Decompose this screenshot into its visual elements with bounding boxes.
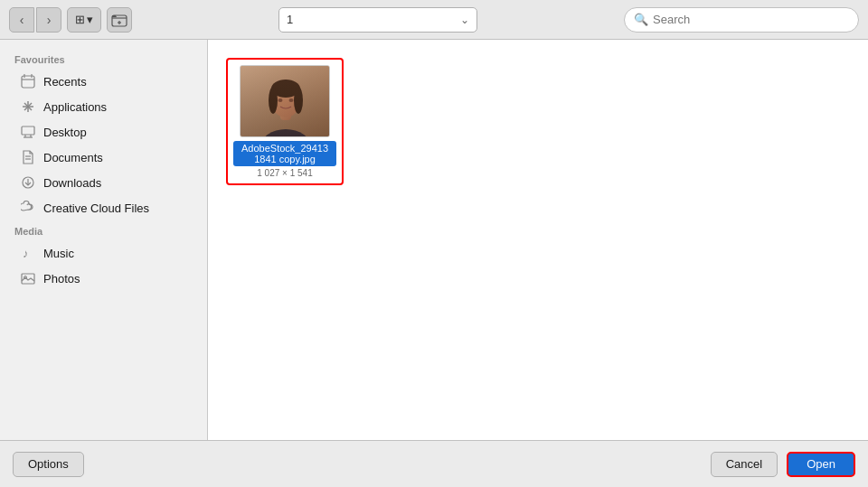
sidebar-item-creative-cloud[interactable]: Creative Cloud Files [5, 195, 202, 220]
creative-cloud-icon [20, 200, 36, 216]
sidebar-item-photos[interactable]: Photos [5, 266, 202, 291]
favourites-section-label: Favourites [0, 49, 207, 69]
sidebar-item-applications[interactable]: Applications [5, 94, 202, 119]
svg-point-29 [278, 98, 283, 102]
back-button[interactable]: ‹ [9, 7, 34, 33]
grid-icon: ⊞ [75, 13, 85, 26]
downloads-icon [20, 174, 36, 191]
music-icon: ♪ [20, 245, 36, 261]
svg-rect-24 [280, 108, 291, 120]
view-mode-button[interactable]: ⊞ ▾ [67, 7, 101, 33]
sidebar-item-photos-label: Photos [43, 272, 80, 286]
sidebar-item-recents-label: Recents [43, 75, 87, 89]
svg-point-27 [269, 87, 278, 114]
media-section-label: Media [0, 220, 207, 240]
nav-button-group: ‹ › [9, 7, 61, 33]
svg-rect-11 [22, 126, 34, 135]
new-folder-button[interactable] [107, 7, 132, 33]
file-dialog: ‹ › ⊞ ▾ 1 ⌄ 🔍 [0, 0, 868, 487]
view-dropdown-icon: ▾ [87, 13, 93, 26]
forward-button[interactable]: › [36, 7, 61, 33]
svg-point-23 [260, 129, 311, 137]
sidebar-item-applications-label: Applications [43, 100, 107, 114]
bottom-bar: Options Cancel Open [0, 440, 868, 487]
sidebar-item-downloads-label: Downloads [43, 176, 101, 190]
search-input[interactable] [653, 13, 849, 26]
sidebar-item-documents-label: Documents [43, 151, 103, 164]
svg-rect-3 [22, 76, 34, 88]
sidebar-item-desktop-label: Desktop [43, 126, 87, 139]
applications-icon [20, 98, 36, 115]
sidebar-item-documents[interactable]: Documents [5, 145, 202, 170]
photo-preview [241, 66, 329, 136]
sidebar-item-recents[interactable]: Recents [5, 69, 202, 94]
options-button[interactable]: Options [13, 452, 84, 477]
sidebar-item-music-label: Music [43, 247, 74, 260]
location-bar[interactable]: 1 ⌄ [278, 7, 477, 33]
file-browser[interactable]: AdobeStock_294131841 copy.jpg 1 027 × 1 … [208, 40, 868, 440]
main-area: Favourites Recents [0, 40, 868, 440]
desktop-icon [20, 124, 36, 140]
sidebar: Favourites Recents [0, 40, 208, 440]
file-name: AdobeStock_294131841 copy.jpg [233, 141, 336, 166]
back-icon: ‹ [20, 13, 24, 27]
open-button[interactable]: Open [787, 452, 855, 477]
search-icon: 🔍 [634, 13, 648, 26]
search-bar[interactable]: 🔍 [624, 7, 859, 33]
forward-icon: › [47, 13, 52, 27]
svg-point-30 [289, 98, 294, 102]
sidebar-item-downloads[interactable]: Downloads [5, 170, 202, 195]
file-dimensions: 1 027 × 1 541 [257, 168, 312, 178]
right-buttons: Cancel Open [711, 452, 855, 477]
toolbar: ‹ › ⊞ ▾ 1 ⌄ 🔍 [0, 0, 868, 40]
svg-point-28 [294, 87, 303, 114]
sidebar-item-music[interactable]: ♪ Music [5, 240, 202, 266]
location-text: 1 [287, 13, 293, 26]
svg-point-25 [271, 83, 300, 117]
sidebar-item-desktop[interactable]: Desktop [5, 119, 202, 145]
svg-text:♪: ♪ [23, 247, 29, 260]
svg-point-26 [271, 80, 300, 98]
file-item[interactable]: AdobeStock_294131841 copy.jpg 1 027 × 1 … [226, 58, 344, 185]
file-thumbnail [240, 65, 330, 137]
svg-rect-22 [241, 66, 330, 137]
new-folder-icon [111, 12, 127, 28]
location-chevron-icon: ⌄ [460, 14, 469, 26]
recents-icon [20, 73, 36, 89]
file-grid: AdobeStock_294131841 copy.jpg 1 027 × 1 … [226, 58, 850, 185]
sidebar-item-creative-cloud-label: Creative Cloud Files [43, 201, 149, 215]
documents-icon [20, 149, 36, 165]
cancel-button[interactable]: Cancel [711, 452, 778, 477]
photos-icon [20, 270, 36, 286]
